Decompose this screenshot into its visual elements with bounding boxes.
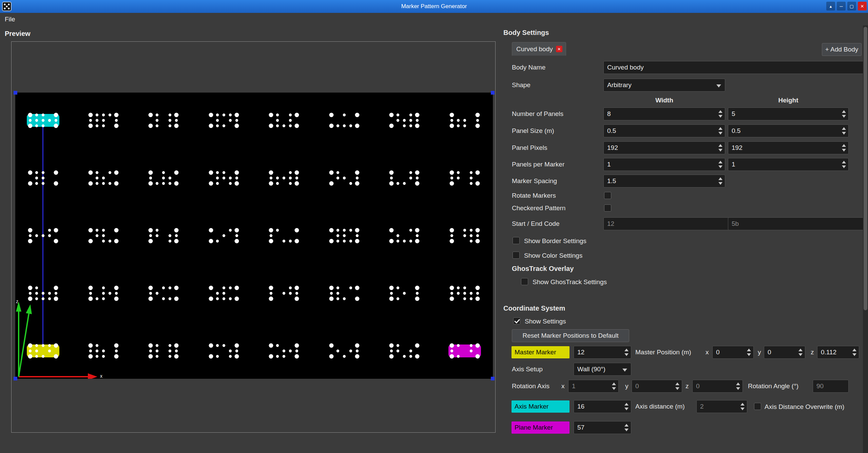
spin-up-icon[interactable] [842, 161, 846, 163]
axis-overwrite-checkbox[interactable] [754, 403, 761, 410]
spinner-arrows[interactable] [796, 346, 805, 358]
spin-up-icon[interactable] [852, 349, 856, 351]
spinner-arrows[interactable] [610, 380, 618, 392]
rotation-angle-input[interactable] [813, 380, 849, 393]
close-tab-icon[interactable]: ✕ [556, 46, 562, 52]
spin-down-icon[interactable] [798, 353, 803, 356]
spinner-arrows[interactable] [716, 108, 725, 120]
spin-up-icon[interactable] [747, 349, 751, 351]
panel-pixels-width-input[interactable] [603, 141, 725, 154]
canvas-handle-bottom-right[interactable] [491, 377, 495, 380]
vertical-scrollbar[interactable] [863, 25, 868, 453]
menu-file[interactable]: File [0, 13, 20, 26]
spin-down-icon[interactable] [624, 353, 629, 356]
preview-canvas[interactable]: x z [15, 93, 493, 379]
master-y-spinner[interactable] [764, 346, 805, 359]
spinner-arrows[interactable] [850, 346, 859, 358]
axis-setup-select[interactable]: Wall (90°) [574, 363, 631, 376]
marker-spacing-spinner[interactable] [603, 175, 725, 188]
master-x-spinner[interactable] [712, 346, 754, 359]
panels-per-marker-width-spinner[interactable] [603, 158, 725, 171]
spin-up-icon[interactable] [740, 403, 745, 406]
spin-down-icon[interactable] [675, 387, 679, 390]
end-code-input[interactable] [728, 217, 868, 230]
master-marker-spinner[interactable] [574, 346, 631, 359]
spin-up-icon[interactable] [718, 144, 722, 147]
spinner-arrows[interactable] [840, 125, 848, 137]
panel-size-height-spinner[interactable] [728, 124, 849, 137]
panel-size-height-input[interactable] [728, 124, 849, 137]
show-color-checkbox[interactable] [513, 252, 520, 259]
marker-spacing-input[interactable] [603, 175, 725, 188]
spin-down-icon[interactable] [718, 115, 722, 118]
spinner-arrows[interactable] [745, 346, 753, 358]
spinner-arrows[interactable] [738, 400, 747, 413]
spin-down-icon[interactable] [718, 165, 722, 168]
spinner-arrows[interactable] [716, 142, 725, 154]
panel-size-width-input[interactable] [603, 124, 725, 137]
scrollbar-thumb[interactable] [864, 27, 867, 310]
spin-up-icon[interactable] [798, 349, 803, 351]
plane-marker-spinner[interactable] [574, 421, 631, 434]
spin-up-icon[interactable] [624, 349, 629, 351]
panels-width-input[interactable] [603, 107, 725, 120]
rotate-markers-checkbox[interactable] [604, 192, 611, 199]
panels-per-marker-width-input[interactable] [603, 158, 725, 171]
spin-up-icon[interactable] [718, 127, 722, 130]
panels-height-spinner[interactable] [728, 107, 849, 120]
rotation-x-spinner[interactable] [568, 380, 619, 393]
spin-down-icon[interactable] [852, 353, 856, 356]
spinner-arrows[interactable] [840, 108, 848, 120]
spin-down-icon[interactable] [718, 182, 722, 185]
spin-down-icon[interactable] [740, 408, 745, 410]
spinner-arrows[interactable] [840, 158, 848, 171]
spin-down-icon[interactable] [842, 165, 846, 168]
spin-up-icon[interactable] [842, 144, 846, 147]
panel-pixels-width-spinner[interactable] [603, 141, 725, 154]
spin-down-icon[interactable] [718, 149, 722, 152]
rotation-y-spinner[interactable] [632, 380, 682, 393]
axis-marker-spinner[interactable] [574, 400, 631, 413]
axis-distance-spinner[interactable] [696, 400, 747, 413]
spinner-arrows[interactable] [734, 380, 742, 392]
spin-up-icon[interactable] [718, 110, 722, 113]
shape-select[interactable]: Arbitrary [603, 79, 725, 92]
spin-down-icon[interactable] [747, 353, 751, 356]
spin-up-icon[interactable] [842, 110, 846, 113]
spin-down-icon[interactable] [842, 132, 846, 135]
master-z-spinner[interactable] [817, 346, 859, 359]
spin-up-icon[interactable] [718, 161, 722, 163]
spin-down-icon[interactable] [736, 387, 740, 390]
spin-down-icon[interactable] [718, 132, 722, 135]
spinner-arrows[interactable] [716, 158, 725, 171]
close-button[interactable]: ✕ [858, 2, 867, 11]
panel-pixels-height-spinner[interactable] [728, 141, 849, 154]
spin-up-icon[interactable] [675, 382, 679, 385]
panels-per-marker-height-input[interactable] [728, 158, 849, 171]
add-body-button[interactable]: + Add Body [822, 43, 862, 56]
spin-down-icon[interactable] [624, 429, 629, 431]
spin-down-icon[interactable] [842, 149, 846, 152]
canvas-handle-top-left[interactable] [14, 91, 17, 95]
show-settings-checkbox[interactable] [513, 317, 520, 324]
app-icon[interactable] [2, 2, 12, 11]
spinner-arrows[interactable] [622, 400, 631, 413]
panel-size-width-spinner[interactable] [603, 124, 725, 137]
reset-marker-positions-button[interactable]: Reset Marker Positions to Default [512, 329, 629, 342]
spinner-arrows[interactable] [622, 421, 631, 434]
body-name-input[interactable] [603, 61, 868, 74]
spin-up-icon[interactable] [842, 127, 846, 130]
spinner-arrows[interactable] [622, 346, 631, 358]
panels-width-spinner[interactable] [603, 107, 725, 120]
spinner-arrows[interactable] [840, 142, 848, 154]
spin-down-icon[interactable] [842, 115, 846, 118]
panels-per-marker-height-spinner[interactable] [728, 158, 849, 171]
rollup-button[interactable]: ▴ [826, 2, 835, 11]
spinner-arrows[interactable] [716, 125, 725, 137]
canvas-handle-top-right[interactable] [491, 91, 495, 95]
maximize-button[interactable]: ▢ [847, 2, 856, 11]
spin-up-icon[interactable] [624, 403, 629, 406]
show-border-checkbox[interactable] [513, 237, 520, 244]
show-ghostrack-checkbox[interactable] [521, 278, 528, 285]
spinner-arrows[interactable] [673, 380, 682, 392]
